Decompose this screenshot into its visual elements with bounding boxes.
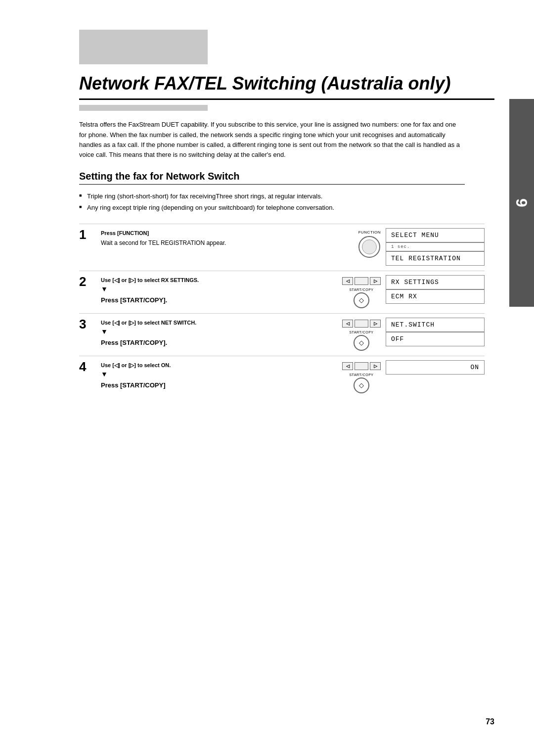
function-button	[358, 236, 380, 258]
lcd-screen-select-menu: SELECT MENU	[386, 228, 485, 242]
bullet-item: Any ring except triple ring (depending o…	[79, 203, 455, 213]
step-3-visual: ◁ ▷ START/COPY ◇ NET.SWITCH	[342, 318, 485, 351]
lcd-on: ON	[386, 360, 485, 375]
step-4-visual: ◁ ▷ START/COPY ◇ ON	[342, 360, 485, 393]
step-4-text: Use [◁] or [▷] to select ON. ▼ Press [ST…	[101, 360, 342, 391]
intro-paragraph: Telstra offers the FaxStream DUET capabi…	[79, 120, 465, 160]
step-3-device: ◁ ▷ START/COPY ◇	[342, 320, 381, 351]
right-arrow-btn-4: ▷	[370, 362, 381, 370]
start-copy-circle-4: ◇	[354, 378, 369, 393]
step-2-device: ◁ ▷ START/COPY ◇	[342, 277, 381, 308]
step-4-press: Press [START/COPY]	[101, 380, 337, 391]
left-arrow-btn-4: ◁	[342, 362, 353, 370]
start-copy-icon-2: ◇	[359, 296, 364, 304]
page: Network FAX/TEL Switching (Australia onl…	[0, 0, 534, 756]
lcd-screen-tel-registration: TEL REGISTRATION	[386, 251, 485, 266]
step-number-3: 3	[79, 318, 97, 331]
step-1-desc: Wait a second for TEL REGISTRATION appea…	[101, 238, 354, 248]
step-3-lcd: NET.SWITCH OFF	[386, 318, 485, 346]
section-title: Setting the fax for Network Switch	[79, 171, 465, 185]
page-title: Network FAX/TEL Switching (Australia onl…	[79, 73, 494, 100]
function-label-1: FUNCTION	[358, 230, 381, 235]
page-number: 73	[486, 717, 494, 726]
arrow-btn-row-2: ◁ ▷	[342, 277, 381, 285]
start-copy-label-3: START/COPY	[349, 331, 373, 334]
right-arrow-btn-3: ▷	[370, 320, 381, 328]
start-copy-3: START/COPY ◇	[349, 331, 373, 351]
step-3-press: Press [START/COPY].	[101, 338, 337, 348]
section-sidebar: 6	[509, 99, 534, 307]
step-4-arrow: ▼	[101, 371, 337, 378]
step-1-lcd: SELECT MENU 1 sec. TEL REGISTRATION	[386, 228, 485, 266]
step-2-text: Use [◁] or [▷] to select RX SETTINGS. ▼ …	[101, 275, 342, 306]
right-arrow-btn: ▷	[370, 277, 381, 285]
step-2: 2 Use [◁] or [▷] to select RX SETTINGS. …	[79, 271, 485, 308]
step-3-label: Use [◁] or [▷] to select NET SWITCH.	[101, 320, 196, 326]
gray-divider	[79, 105, 208, 111]
mid-btn-4	[355, 362, 368, 370]
step-1-visual: FUNCTION SELECT MENU 1 sec. TEL REGISTRA…	[358, 228, 485, 266]
mid-btn-3	[355, 320, 368, 328]
step-4-label: Use [◁] or [▷] to select ON.	[101, 362, 171, 368]
lcd-off: OFF	[386, 332, 485, 346]
start-copy-2: START/COPY ◇	[349, 288, 373, 308]
step-1: 1 Press [FUNCTION] Wait a second for TEL…	[79, 224, 485, 266]
mid-btn	[355, 277, 368, 285]
step-2-press: Press [START/COPY].	[101, 295, 337, 306]
steps-container: 1 Press [FUNCTION] Wait a second for TEL…	[79, 224, 485, 393]
step-2-visual: ◁ ▷ START/COPY ◇ RX SETTINGS	[342, 275, 485, 308]
start-copy-circle-2: ◇	[354, 292, 369, 308]
step-2-label: Use [◁] or [▷] to select RX SETTINGS.	[101, 277, 199, 283]
function-button-inner	[362, 239, 377, 254]
lcd-screen-1sec: 1 sec.	[386, 242, 485, 251]
bullet-item: Triple ring (short-short-short) for fax …	[79, 191, 455, 201]
step-1-text: Press [FUNCTION] Wait a second for TEL R…	[101, 228, 358, 248]
step-2-arrow: ▼	[101, 285, 337, 292]
arrow-btn-row-4: ◁ ▷	[342, 362, 381, 370]
step-1-device: FUNCTION	[358, 230, 381, 258]
start-copy-circle-3: ◇	[354, 335, 369, 351]
step-4-lcd: ON	[386, 360, 485, 375]
start-copy-icon-4: ◇	[359, 381, 364, 389]
left-arrow-btn: ◁	[342, 277, 353, 285]
gray-header-box	[79, 30, 208, 64]
step-number-4: 4	[79, 360, 97, 373]
step-number-1: 1	[79, 228, 97, 241]
step-3-arrow: ▼	[101, 328, 337, 335]
step-3-text: Use [◁] or [▷] to select NET SWITCH. ▼ P…	[101, 318, 342, 348]
step-number-2: 2	[79, 275, 97, 288]
section-number: 6	[513, 198, 531, 207]
start-copy-label-4: START/COPY	[349, 373, 373, 377]
lcd-ecm-rx: ECM RX	[386, 289, 485, 304]
step-2-lcd: RX SETTINGS ECM RX	[386, 275, 485, 304]
lcd-rx-settings: RX SETTINGS	[386, 275, 485, 289]
step-1-label: Press [FUNCTION]	[101, 230, 149, 236]
start-copy-4: START/COPY ◇	[349, 373, 373, 393]
start-copy-label-2: START/COPY	[349, 288, 373, 291]
step-3: 3 Use [◁] or [▷] to select NET SWITCH. ▼…	[79, 313, 485, 351]
arrow-btn-row-3: ◁ ▷	[342, 320, 381, 328]
lcd-net-switch: NET.SWITCH	[386, 318, 485, 332]
step-4: 4 Use [◁] or [▷] to select ON. ▼ Press […	[79, 356, 485, 393]
left-arrow-btn-3: ◁	[342, 320, 353, 328]
step-4-device: ◁ ▷ START/COPY ◇	[342, 362, 381, 393]
start-copy-icon-3: ◇	[359, 339, 364, 346]
bullet-list: Triple ring (short-short-short) for fax …	[79, 191, 455, 213]
